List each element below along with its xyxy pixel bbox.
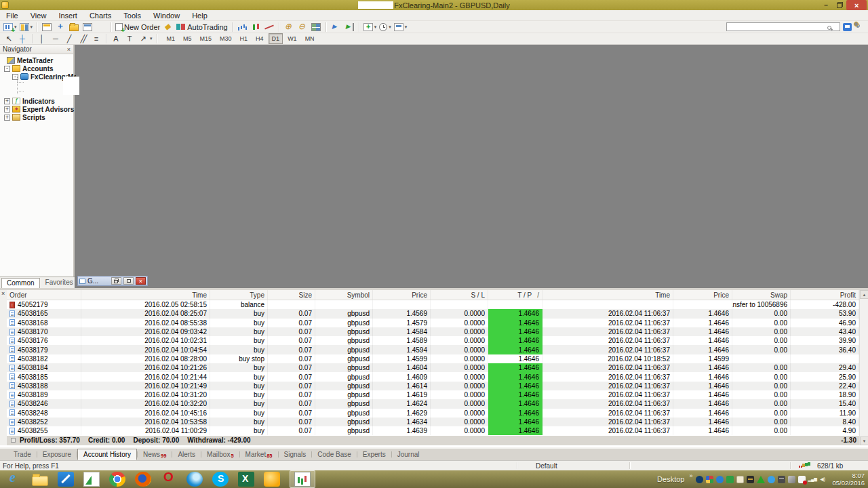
column-header-size-3[interactable]: Size: [268, 290, 315, 300]
table-row-45038188[interactable]: 450381882016.02.04 10:21:49buy0.07gbpusd…: [7, 382, 859, 390]
templates-button[interactable]: ▾: [393, 22, 409, 33]
expand-plus-icon[interactable]: +: [4, 106, 10, 113]
tray-blue-circle-icon[interactable]: [768, 476, 775, 483]
status-profile[interactable]: Default: [536, 462, 557, 470]
tree-item-redacted[interactable]: [0, 89, 73, 97]
tray-brush-icon[interactable]: [788, 476, 795, 483]
taskbar-app-opera[interactable]: [161, 472, 177, 487]
channel-button[interactable]: ╱╱: [76, 33, 90, 44]
restore-button[interactable]: [833, 0, 846, 10]
taskbar-app-skype[interactable]: [212, 472, 229, 487]
tree-item-accounts[interactable]: -Accounts: [0, 64, 73, 73]
terminal-close-icon[interactable]: ×: [1, 290, 5, 297]
tree-item-indicators[interactable]: +Indicators: [0, 97, 73, 105]
timeframe-m30[interactable]: M30: [216, 33, 235, 44]
table-row-45038248[interactable]: 450382482016.02.04 10:45:16buy0.07gbpusd…: [7, 409, 859, 418]
tab-signals[interactable]: Signals: [279, 449, 312, 460]
tray-app-3-icon[interactable]: [716, 476, 724, 483]
auto-scroll-button[interactable]: [329, 22, 342, 33]
table-row-45038170[interactable]: 450381702016.02.04 09:03:42buy0.07gbpusd…: [7, 327, 859, 336]
data-window-button[interactable]: [54, 22, 67, 33]
timeframe-m1[interactable]: M1: [163, 33, 179, 44]
zoom-in-button[interactable]: [282, 22, 296, 33]
menu-item-view[interactable]: View: [24, 12, 53, 20]
tray-note-icon[interactable]: [736, 476, 744, 483]
taskbar-app-file-explorer[interactable]: [32, 472, 48, 486]
table-row-45038165[interactable]: 450381652016.02.04 08:25:07buy0.07gbpusd…: [7, 309, 859, 318]
tile-windows-button[interactable]: [309, 22, 323, 33]
arrows-button[interactable]: ↗▾: [136, 33, 154, 44]
status-traffic[interactable]: 628/1 kb: [817, 462, 843, 470]
table-row-45038252[interactable]: 450382522016.02.04 10:53:58buy0.07gbpusd…: [7, 418, 859, 426]
chart-restore-button[interactable]: [111, 277, 121, 285]
table-row-45038255[interactable]: 450382552016.02.04 11:00:29buy0.07gbpusd…: [7, 426, 859, 435]
new-order-button[interactable]: New Order: [114, 22, 161, 33]
tab-market[interactable]: Market85: [240, 449, 278, 460]
tab-account-history[interactable]: Account History: [77, 449, 137, 460]
tab-experts[interactable]: Experts: [357, 449, 391, 460]
terminal-button[interactable]: [81, 22, 94, 33]
trendline-button[interactable]: ╱: [62, 33, 76, 44]
cursor-button[interactable]: ↖: [2, 33, 16, 44]
chart-close-button[interactable]: ×: [136, 277, 146, 285]
column-header-time-8[interactable]: Time: [542, 290, 673, 300]
table-row-45038246[interactable]: 450382462016.02.04 10:32:20buy0.07gbpusd…: [7, 399, 859, 408]
metaeditor-button[interactable]: [161, 22, 175, 33]
minimized-chart-window[interactable]: G... ×: [77, 276, 148, 286]
table-row-45038179[interactable]: 450381792016.02.04 10:04:54buy0.07gbpusd…: [7, 345, 859, 354]
candlestick-button[interactable]: [249, 22, 262, 33]
menu-item-charts[interactable]: Charts: [83, 12, 117, 20]
chart-shift-button[interactable]: [342, 22, 356, 33]
desktop-label[interactable]: Desktop: [657, 475, 684, 483]
taskbar-app-metatrader[interactable]: [264, 472, 280, 487]
menu-item-tools[interactable]: Tools: [117, 12, 147, 20]
search-input[interactable]: [726, 22, 840, 31]
text-label-button[interactable]: T: [123, 33, 136, 44]
column-header-time-1[interactable]: Time: [81, 290, 210, 300]
close-button[interactable]: [846, 0, 867, 10]
expand-minus-icon[interactable]: -: [4, 66, 10, 72]
tab-journal[interactable]: Journal: [392, 449, 425, 460]
timeframe-m15[interactable]: M15: [197, 33, 216, 44]
menu-item-insert[interactable]: Insert: [52, 12, 83, 20]
column-header-symbol-4[interactable]: Symbol: [315, 290, 373, 300]
tree-item-fxclearing-main2[interactable]: -FxClearing-Main2: [0, 73, 73, 81]
tree-item-redacted[interactable]: [0, 81, 73, 89]
tray-screen-icon[interactable]: [747, 476, 754, 483]
tree-item-scripts[interactable]: +Scripts: [0, 113, 73, 121]
new-chart-button[interactable]: ▾: [2, 22, 18, 33]
timeframe-d1[interactable]: D1: [269, 33, 283, 44]
table-row-45038176[interactable]: 450381762016.02.04 10:02:31buy0.07gbpusd…: [7, 336, 859, 345]
scroll-down-icon[interactable]: ▼: [860, 436, 868, 445]
action-center-icon[interactable]: [798, 476, 806, 483]
text-button[interactable]: A: [109, 33, 123, 44]
community-chat-icon[interactable]: [843, 23, 852, 31]
timeframe-h4[interactable]: H4: [252, 33, 267, 44]
vertical-line-button[interactable]: │: [35, 33, 49, 44]
minimize-button[interactable]: [819, 0, 833, 10]
taskbar-clock[interactable]: 8:07 05/02/2016: [832, 472, 865, 487]
tray-green-triangle-icon[interactable]: [757, 476, 765, 483]
network-icon[interactable]: [808, 476, 816, 483]
tray-app-2-icon[interactable]: [706, 476, 713, 483]
menu-item-window[interactable]: Window: [147, 12, 186, 20]
profiles-button[interactable]: ▾: [18, 22, 35, 33]
table-row-45052179[interactable]: 450521792016.02.05 02:58:15balanceTransf…: [7, 300, 859, 309]
menu-item-help[interactable]: Help: [186, 12, 214, 20]
table-row-45038184[interactable]: 450381842016.02.04 10:21:26buy0.07gbpusd…: [7, 363, 859, 372]
autotrading-button[interactable]: AutoTrading: [175, 22, 229, 33]
tray-mail-icon[interactable]: [778, 476, 785, 483]
tab-alerts[interactable]: Alerts: [172, 449, 201, 460]
tab-news[interactable]: News99: [138, 449, 172, 460]
tray-app-1-icon[interactable]: [696, 476, 703, 483]
tab-trade[interactable]: Trade: [8, 449, 37, 460]
bar-chart-button[interactable]: [235, 22, 249, 33]
column-header-price-9[interactable]: Price: [673, 290, 732, 300]
tab-mailbox[interactable]: Mailbox5: [201, 449, 239, 460]
table-row-45038182[interactable]: 450381822016.02.04 08:28:00buy stop0.07g…: [7, 354, 859, 363]
table-row-45038168[interactable]: 450381682016.02.04 08:55:38buy0.07gbpusd…: [7, 319, 859, 327]
horizontal-line-button[interactable]: ─: [49, 33, 62, 44]
navigator-tab-favorites[interactable]: Favorites: [40, 277, 79, 288]
timeframe-h1[interactable]: H1: [237, 33, 252, 44]
menu-item-file[interactable]: File: [0, 12, 24, 20]
